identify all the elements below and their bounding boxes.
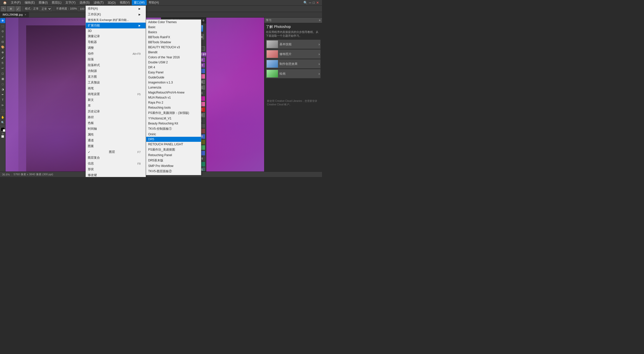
submenu-smp-pro[interactable]: SMP Pro Workflow [146, 163, 201, 168]
text-tool[interactable]: T [0, 97, 5, 102]
menu-mod-keys[interactable]: 修改键 [86, 172, 146, 177]
learn-panel-menu[interactable]: ≡ [319, 19, 320, 22]
quick-select-tool[interactable]: ⌾ [0, 34, 5, 39]
clone-tool[interactable]: ⎘ [0, 60, 5, 65]
learn-item-paint[interactable]: 绘画 › [266, 69, 320, 78]
menu-swatches[interactable]: 色板 [86, 120, 146, 126]
submenu-dr5[interactable]: DR5 [146, 137, 201, 142]
submenu-basic[interactable]: Basic [146, 25, 201, 30]
dodge-tool[interactable]: ◑ [0, 87, 5, 92]
screen-mode[interactable]: ⬜ [1, 135, 4, 138]
submenu-dr5-tea[interactable]: DR5茶木版 [146, 158, 201, 163]
menu-channels[interactable]: 通道 [86, 138, 146, 143]
menu-3d[interactable]: 3D(D) [106, 1, 118, 5]
menu-view[interactable]: 视图(V) [118, 0, 132, 5]
tool-btn-2[interactable]: ⊞ [7, 6, 15, 11]
submenu-mua-retouch[interactable]: MUA Retouch v1 [146, 95, 201, 100]
menu-layer-comp[interactable]: 图层复合 [86, 155, 146, 161]
heal-tool[interactable]: ⊕ [0, 50, 5, 55]
history-brush-tool[interactable]: ↩ [0, 66, 5, 71]
submenu-magic-retouch[interactable]: MagicRetouchProV4-Anew [146, 90, 201, 95]
eraser-tool[interactable]: ◻ [0, 71, 5, 76]
menu-brush[interactable]: 画笔 [86, 85, 146, 91]
menu-window[interactable]: 窗口(W) [132, 0, 147, 5]
pen-tool[interactable]: ✒ [0, 92, 5, 97]
submenu-retouch-light[interactable]: RETOUCH PANEL LIGHT [146, 142, 201, 147]
menu-shapes[interactable]: 形状 [86, 166, 146, 172]
menu-new-doc[interactable]: 新文 [86, 97, 146, 103]
submenu-guideguide[interactable]: GuideGuide [146, 75, 201, 80]
zoom-tool[interactable]: 🔍 [0, 120, 5, 125]
tool-btn-3[interactable]: 🖊 [16, 6, 21, 11]
submenu-retouching-tools[interactable]: Retouching tools [146, 105, 201, 110]
submenu-beauty-retouch[interactable]: BEAUTY RETOUCH v3 [146, 45, 201, 50]
menu-adjust[interactable]: 调整 [86, 45, 146, 51]
submenu-imagemotion[interactable]: Imagemotion v.1.3 [146, 80, 201, 85]
menu-paths[interactable]: 路径 [86, 114, 146, 120]
crop-tool[interactable]: ⊡ [0, 39, 5, 44]
minimize-btn[interactable]: ─ [309, 1, 311, 5]
learn-item-basic[interactable]: 基本技能 › [266, 40, 320, 49]
menu-image[interactable]: 图像(I) [37, 0, 50, 5]
mode-select[interactable]: 正常 [40, 7, 52, 11]
close-btn[interactable]: ✕ [316, 1, 319, 5]
menu-patterns[interactable]: 图案 [86, 143, 146, 149]
menu-home[interactable]: 🏠 [1, 1, 9, 5]
eyedropper-tool[interactable]: 🎨 [0, 45, 5, 50]
foreground-color[interactable] [1, 127, 5, 131]
menu-3d[interactable]: 3D [86, 28, 146, 33]
menu-extensions[interactable]: 扩展功能 ▶ [86, 23, 146, 28]
submenu-adobe-color[interactable]: Adobe Color Themes [146, 20, 201, 25]
lasso-tool[interactable]: ⊙ [0, 29, 5, 34]
marquee-tool[interactable]: ⬚ [0, 23, 5, 28]
menu-timeline[interactable]: 时间轴 [86, 126, 146, 132]
submenu-colors-year[interactable]: Colors of the Year 2016 [146, 55, 201, 60]
menu-layer[interactable]: 图层(L) [50, 0, 64, 5]
menu-clone-src[interactable]: 仿制源 [86, 68, 146, 74]
menu-select[interactable]: 选择(S) [77, 0, 92, 5]
menu-actions[interactable]: 动作 Alt+F9 [86, 51, 146, 57]
submenu-blendit[interactable]: Blendit [146, 50, 201, 55]
submenu-double-usm[interactable]: Double USM 2 [146, 60, 201, 65]
menu-para-style[interactable]: 段落样式 [86, 62, 146, 68]
submenu-retouching-panel[interactable]: Retouching Panel [146, 153, 201, 158]
submenu-ps-easy-cutout[interactable]: PS展作坊_美易抠图 [146, 147, 201, 153]
shape-tool[interactable]: ⬛ [0, 108, 5, 113]
menu-measure[interactable]: 测量记录 [86, 33, 146, 39]
menu-info[interactable]: 信息 F8 [86, 161, 146, 166]
submenu-yyactions[interactable]: YYActionsLM_V1 [146, 116, 201, 121]
menu-layers[interactable]: ✓ 图层 F7 [86, 149, 146, 155]
submenu-bbtools-rain[interactable]: BBTools RainFX [146, 35, 201, 40]
submenu-dr4[interactable]: DR 4 [146, 65, 201, 70]
menu-help[interactable]: 帮助(H) [147, 0, 161, 5]
extensions-submenu[interactable]: Adobe Color Themes Basic Basics BBTools … [146, 19, 201, 175]
quick-mask[interactable]: ⊙ [2, 132, 4, 135]
submenu-tkv5-basic[interactable]: TKV5-基础面板① [146, 174, 201, 175]
menu-paragraph[interactable]: 段落 [86, 57, 146, 62]
submenu-oniric[interactable]: Oniric [146, 132, 201, 137]
submenu-easy-panel[interactable]: Easy Panel [146, 70, 201, 75]
move-tool[interactable]: ✥ [0, 18, 5, 23]
path-select-tool[interactable]: ⊳ [0, 103, 5, 108]
submenu-raya-pro[interactable]: Raya Pro 2 [146, 100, 201, 105]
move-tool-btn[interactable]: ↖ [1, 6, 6, 11]
document-tab[interactable]: IMGL2969修.jpg × [0, 12, 29, 17]
submenu-tkv5-control[interactable]: TKV5-控制面板① [146, 126, 201, 132]
menu-library[interactable]: 库 [86, 103, 146, 109]
dr5-panel-settings[interactable]: ⚙ [202, 19, 205, 22]
brush-tool[interactable]: 🖌 [0, 55, 5, 60]
tab-close[interactable]: × [25, 13, 26, 16]
submenu-tkv5-layer[interactable]: TKV5-图层面板② [146, 168, 201, 174]
dr5-tool-extra1[interactable] [201, 47, 205, 51]
menu-exchange[interactable]: 查找有关 Exchange 的扩展功能... [86, 17, 146, 23]
blur-tool[interactable]: ◌ [0, 81, 5, 86]
menu-props[interactable]: 属性 [86, 132, 146, 138]
menu-file[interactable]: 文件(F) [9, 0, 23, 5]
gradient-tool[interactable]: ▦ [0, 76, 5, 81]
learn-item-photo[interactable]: 修饰照片 › [266, 50, 320, 59]
submenu-basics[interactable]: Basics [146, 30, 201, 35]
menu-history[interactable]: 历史记录 [86, 109, 146, 114]
menu-histogram[interactable]: 直方图 [86, 74, 146, 80]
menu-filter[interactable]: 滤镜(T) [92, 0, 105, 5]
menu-workspace[interactable]: 工作区(K) ▶ [86, 12, 146, 17]
